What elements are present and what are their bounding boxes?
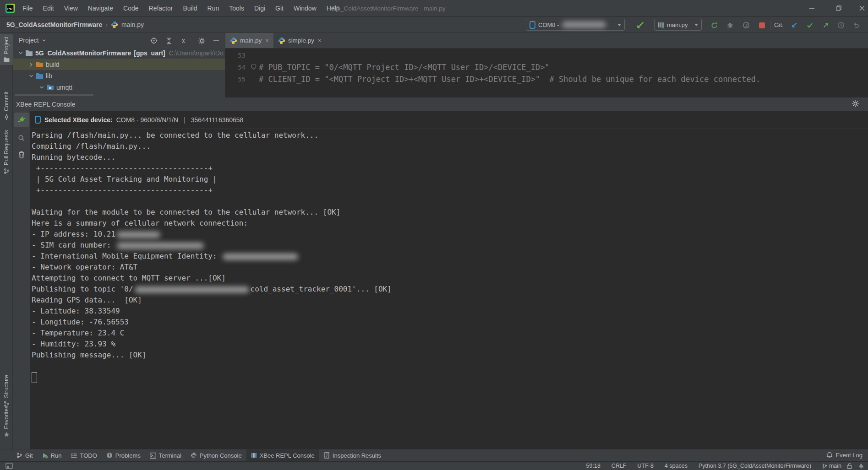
clear-console-trash-icon[interactable]: [14, 148, 29, 162]
disconnect-plug-button[interactable]: [14, 113, 29, 127]
status-item-python[interactable]: Python 3.7 (5G_ColdAssetMonitorFirmware): [699, 463, 811, 469]
chevron-down-icon[interactable]: [27, 73, 35, 79]
status-item-5918[interactable]: 59:18: [586, 463, 601, 469]
xbee-device-selector[interactable]: COM8 -: [526, 19, 625, 31]
search-icon[interactable]: [14, 131, 29, 145]
git-update-button[interactable]: [789, 20, 800, 31]
console-line: Running bytecode...: [32, 152, 868, 163]
fold-marker-icon[interactable]: [251, 64, 257, 70]
menu-item-git[interactable]: Git: [270, 0, 289, 16]
git-branch-widget[interactable]: main: [822, 463, 841, 469]
console-settings-gear-icon[interactable]: [852, 100, 861, 109]
chevron-down-icon[interactable]: [42, 38, 46, 43]
console-text: Attempting to connect to MQTT server ...…: [32, 274, 226, 282]
editor-tab-simple-py[interactable]: simple.py×: [273, 33, 326, 48]
git-commit-button[interactable]: [804, 20, 815, 31]
menu-item-refactor[interactable]: Refactor: [144, 0, 178, 16]
close-tab-icon[interactable]: ×: [265, 37, 269, 44]
menu-item-code[interactable]: Code: [118, 0, 143, 16]
status-item-utf8[interactable]: UTF-8: [638, 463, 654, 469]
tool-window-button-terminal[interactable]: Terminal: [145, 449, 186, 461]
tree-row-5g_coldassetmonitorfirmware[interactable]: 5G_ColdAssetMonitorFirmware[gps_uart]C:\…: [13, 47, 225, 59]
status-item-4[interactable]: 4 spaces: [665, 463, 688, 469]
tool-window-button-problems[interactable]: Problems: [102, 449, 145, 461]
tool-window-button-todo[interactable]: TODO: [66, 449, 101, 461]
project-panel-title[interactable]: Project: [19, 37, 39, 44]
menu-item-digi[interactable]: Digi: [249, 0, 270, 16]
console-text: - Humidity: 23.93 %: [32, 340, 115, 348]
tool-window-button-xbee-repl-console[interactable]: XBee REPL Console: [246, 449, 319, 461]
hide-panel-button[interactable]: [212, 36, 221, 45]
menu-item-view[interactable]: View: [59, 0, 83, 16]
menu-item-tools[interactable]: Tools: [224, 0, 249, 16]
tool-window-switcher-icon[interactable]: [5, 463, 13, 469]
close-tab-icon[interactable]: ×: [318, 37, 322, 44]
terminal-icon: [150, 453, 156, 459]
tool-window-button-run[interactable]: Run: [38, 449, 66, 461]
chevron-right-icon[interactable]: [27, 62, 35, 67]
expand-all-button[interactable]: [164, 36, 173, 45]
pycharm-logo-icon: PC: [5, 4, 15, 13]
hector-inspections-icon[interactable]: [858, 463, 864, 469]
tree-row-build[interactable]: build: [13, 59, 225, 70]
xbee-tools-wrench-button[interactable]: [635, 20, 646, 31]
breadcrumb-project[interactable]: 5G_ColdAssetMonitorFirmware: [6, 21, 102, 28]
minimize-button[interactable]: [802, 0, 822, 16]
history-button[interactable]: [835, 20, 846, 31]
menu-item-run[interactable]: Run: [202, 0, 224, 16]
console-line: Reading GPS data... [OK]: [32, 295, 868, 306]
git-push-button[interactable]: [820, 20, 831, 31]
editor-tab-main-py[interactable]: main.py×: [225, 33, 273, 48]
editor-code[interactable]: # PUB_TOPIC = "0/<MQTT Project ID>/<MQTT…: [259, 49, 868, 85]
menu-item-file[interactable]: File: [17, 0, 38, 16]
stripe-tab-commit[interactable]: Commit: [0, 89, 13, 123]
console-cursor[interactable]: [32, 372, 37, 383]
folder-excluded-icon: [36, 61, 44, 68]
readonly-lock-icon[interactable]: [847, 463, 852, 469]
collapse-all-button[interactable]: [179, 36, 188, 45]
rerun-button[interactable]: [709, 20, 720, 31]
branch-name: main: [829, 463, 841, 469]
console-log[interactable]: Parsing /flash/main.py... be connected t…: [30, 130, 868, 383]
breadcrumb-file[interactable]: main.py: [121, 21, 144, 28]
debug-button[interactable]: [725, 20, 736, 31]
redacted-blur: [223, 254, 298, 260]
tree-item-name: umqtt: [56, 84, 72, 91]
tool-window-button-inspection-results[interactable]: Inspection Results: [319, 449, 386, 461]
redacted-blur: [135, 286, 249, 293]
tool-window-button-python-console[interactable]: Python Console: [186, 449, 246, 461]
console-line: - SIM card number:: [32, 240, 868, 251]
console-text: - Longitude: -76.56553: [32, 318, 129, 326]
selected-device-row: Selected XBee device: COM8 - 9600/8/N/1/…: [30, 111, 868, 129]
console-line: Attempting to connect to MQTT server ...…: [32, 273, 868, 284]
menu-item-window[interactable]: Window: [289, 0, 322, 16]
chevron-down-icon[interactable]: [17, 50, 24, 56]
run-configuration-selector[interactable]: main.py: [654, 19, 702, 31]
menu-bar: FileEditViewNavigateCodeRefactorBuildRun…: [17, 0, 345, 16]
menu-item-build[interactable]: Build: [178, 0, 202, 16]
console-text: Parsing /flash/main.py... be connected t…: [32, 131, 318, 140]
stripe-tab-favorites[interactable]: Favorites: [0, 403, 13, 440]
event-log-button[interactable]: Event Log: [826, 449, 863, 461]
python-file-icon: [230, 37, 237, 44]
rollback-button[interactable]: [851, 20, 862, 31]
panel-settings-gear-icon[interactable]: [197, 36, 206, 45]
profiler-button[interactable]: [741, 20, 752, 31]
stop-button[interactable]: [756, 20, 767, 31]
stripe-tab-project[interactable]: Project: [0, 34, 13, 65]
stripe-tab-pull-requests[interactable]: Pull Requests: [0, 127, 13, 177]
tree-row-umqtt[interactable]: umqtt: [13, 81, 225, 93]
status-item-crlf[interactable]: CRLF: [611, 463, 627, 469]
chevron-down-icon[interactable]: [38, 85, 45, 90]
console-line: - Latitude: 38.33549: [32, 306, 868, 317]
restore-button[interactable]: [829, 0, 849, 16]
tool-window-button-git[interactable]: Git: [12, 449, 38, 461]
close-button[interactable]: [852, 0, 868, 16]
console-line: - Humidity: 23.93 %: [32, 339, 868, 350]
horizontal-scrollbar[interactable]: [15, 94, 93, 96]
branch-icon: [822, 463, 827, 469]
menu-item-navigate[interactable]: Navigate: [83, 0, 118, 16]
menu-item-edit[interactable]: Edit: [38, 0, 59, 16]
tree-row-lib[interactable]: lib: [13, 70, 225, 81]
locate-file-button[interactable]: [149, 36, 158, 45]
